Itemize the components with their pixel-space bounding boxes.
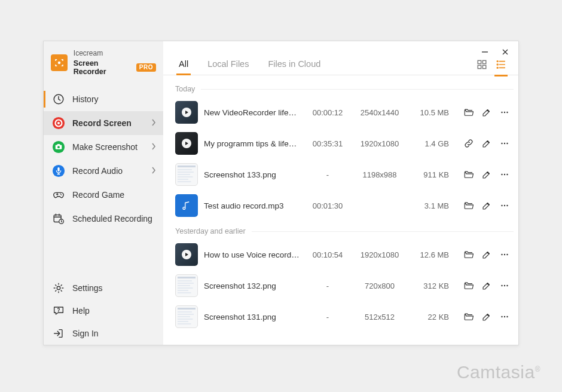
sidebar-item-settings[interactable]: Settings	[44, 277, 163, 299]
sidebar-item-help[interactable]: Help	[44, 299, 163, 322]
open-folder-button[interactable]	[463, 169, 474, 180]
copy-link-button[interactable]	[463, 138, 474, 149]
file-resolution: 720x800	[355, 281, 405, 290]
file-row[interactable]: Screenshot 133.png-1198x988911 KB	[175, 159, 514, 190]
svg-point-34	[504, 205, 505, 206]
open-folder-button[interactable]	[463, 311, 474, 322]
tabs-row: All Local Files Files in Cloud	[163, 41, 518, 75]
camera-icon	[52, 140, 65, 154]
video-thumb[interactable]	[175, 132, 198, 155]
row-actions	[455, 138, 510, 149]
svg-point-36	[501, 254, 502, 255]
minimize-button[interactable]	[479, 46, 491, 58]
video-thumb[interactable]	[175, 101, 198, 124]
file-duration: -	[307, 281, 349, 290]
row-actions	[455, 107, 510, 118]
row-actions	[455, 249, 510, 260]
file-name: New VideoRecorder lifehacks.mp4	[204, 108, 301, 117]
file-duration: 00:35:31	[307, 139, 349, 148]
file-list[interactable]: TodayNew VideoRecorder lifehacks.mp400:0…	[163, 75, 518, 345]
svg-point-28	[504, 143, 505, 144]
tabs: All Local Files Files in Cloud	[178, 59, 322, 75]
row-actions	[455, 200, 510, 211]
close-button[interactable]	[499, 46, 511, 58]
file-row[interactable]: New VideoRecorder lifehacks.mp400:00:122…	[175, 97, 514, 128]
file-row[interactable]: Screenshot 131.png-512x51222 KB	[175, 301, 514, 332]
chevron-right-icon	[151, 142, 156, 152]
sidebar-item-history[interactable]: History	[44, 87, 163, 111]
rename-button[interactable]	[481, 107, 492, 118]
file-resolution: 1920x1080	[355, 250, 405, 259]
brand-line2: Screen Recorder	[74, 59, 133, 76]
sidebar-item-label: Record Audio	[72, 166, 144, 176]
svg-point-42	[501, 316, 502, 317]
rename-button[interactable]	[481, 200, 492, 211]
file-row[interactable]: Test audio record.mp300:01:303.1 MB	[175, 190, 514, 221]
svg-point-29	[506, 143, 508, 144]
svg-point-11	[60, 193, 61, 194]
main-panel: All Local Files Files in Cloud TodayNew …	[163, 41, 518, 345]
tab-cloud[interactable]: Files in Cloud	[267, 59, 322, 75]
sidebar-item-signin[interactable]: Sign In	[44, 322, 163, 345]
more-button[interactable]	[499, 249, 510, 260]
microphone-icon	[52, 164, 65, 177]
more-button[interactable]	[499, 138, 510, 149]
sidebar-item-record-game[interactable]: Record Game	[44, 183, 163, 207]
file-name: Screenshot 133.png	[204, 170, 301, 179]
rename-button[interactable]	[481, 249, 492, 260]
sidebar-item-label: Scheduled Recording	[72, 214, 156, 223]
rename-button[interactable]	[481, 138, 492, 149]
image-thumb[interactable]	[175, 305, 198, 328]
file-row[interactable]: How to use Voice recorder.mp400:10:54192…	[175, 239, 514, 270]
watermark: Camtasia®	[457, 362, 540, 382]
sidebar-item-record-audio[interactable]: Record Audio	[44, 159, 163, 183]
open-folder-button[interactable]	[463, 200, 474, 211]
open-folder-button[interactable]	[463, 107, 474, 118]
file-name: Screenshot 132.png	[204, 281, 301, 290]
pro-badge: PRO	[136, 63, 156, 72]
svg-point-0	[58, 62, 61, 65]
sidebar: Icecream Screen Recorder PRO History Rec…	[44, 41, 163, 345]
more-button[interactable]	[499, 280, 510, 291]
window-controls	[472, 41, 518, 63]
video-thumb[interactable]	[175, 243, 198, 266]
tab-local[interactable]: Local Files	[206, 59, 250, 75]
app-logo-icon	[51, 54, 68, 71]
more-button[interactable]	[499, 200, 510, 211]
record-icon	[52, 117, 65, 130]
more-button[interactable]	[499, 169, 510, 180]
more-button[interactable]	[499, 107, 510, 118]
calendar-clock-icon	[52, 212, 65, 225]
image-thumb[interactable]	[175, 163, 198, 186]
rename-button[interactable]	[481, 280, 492, 291]
svg-point-31	[504, 174, 505, 175]
file-row[interactable]: My programm tips & lifehacks.mp400:35:31…	[175, 128, 514, 159]
row-actions	[455, 280, 510, 291]
chevron-right-icon	[151, 118, 156, 128]
help-icon	[52, 304, 65, 317]
open-folder-button[interactable]	[463, 249, 474, 260]
sidebar-item-scheduled[interactable]: Scheduled Recording	[44, 207, 163, 231]
file-duration: -	[307, 313, 349, 321]
sidebar-item-label: Settings	[72, 283, 156, 293]
row-actions	[455, 169, 510, 180]
svg-point-37	[504, 254, 505, 255]
file-size: 12.6 MB	[411, 250, 449, 259]
file-duration: 00:01:30	[307, 201, 349, 210]
sidebar-item-label: Sign In	[72, 329, 156, 338]
sidebar-item-record-screen[interactable]: Record Screen	[44, 111, 163, 135]
tab-all[interactable]: All	[178, 59, 190, 75]
file-duration: 00:10:54	[307, 250, 349, 259]
rename-button[interactable]	[481, 311, 492, 322]
image-thumb[interactable]	[175, 274, 198, 297]
file-resolution: 1920x1080	[355, 139, 405, 148]
more-button[interactable]	[499, 311, 510, 322]
svg-point-32	[506, 174, 508, 175]
audio-thumb[interactable]	[175, 194, 198, 217]
file-row[interactable]: Screenshot 132.png-720x800312 KB	[175, 270, 514, 301]
open-folder-button[interactable]	[463, 280, 474, 291]
rename-button[interactable]	[481, 169, 492, 180]
file-duration: 00:00:12	[307, 108, 349, 117]
file-name: My programm tips & lifehacks.mp4	[204, 139, 301, 148]
sidebar-item-screenshot[interactable]: Make Screenshot	[44, 135, 163, 159]
